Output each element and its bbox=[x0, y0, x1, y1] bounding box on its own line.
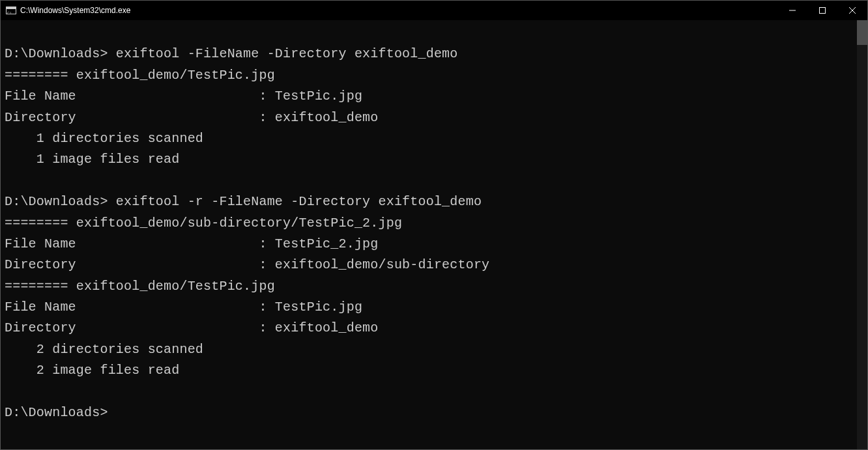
svg-rect-1 bbox=[820, 8, 826, 14]
close-icon bbox=[849, 7, 856, 14]
minimize-icon bbox=[789, 7, 796, 14]
scrollbar-thumb[interactable] bbox=[857, 20, 867, 45]
terminal-body: D:\Downloads> exiftool -FileName -Direct… bbox=[1, 20, 867, 449]
terminal-output[interactable]: D:\Downloads> exiftool -FileName -Direct… bbox=[1, 20, 857, 449]
cmd-icon bbox=[6, 7, 16, 14]
close-button[interactable] bbox=[837, 1, 867, 20]
minimize-button[interactable] bbox=[777, 1, 807, 20]
window-controls bbox=[777, 1, 867, 20]
maximize-icon bbox=[819, 7, 826, 14]
window-title: C:\Windows\System32\cmd.exe bbox=[20, 6, 130, 15]
maximize-button[interactable] bbox=[807, 1, 837, 20]
titlebar-left: C:\Windows\System32\cmd.exe bbox=[1, 6, 130, 15]
vertical-scrollbar[interactable] bbox=[857, 20, 867, 449]
window-titlebar: C:\Windows\System32\cmd.exe bbox=[1, 1, 867, 20]
